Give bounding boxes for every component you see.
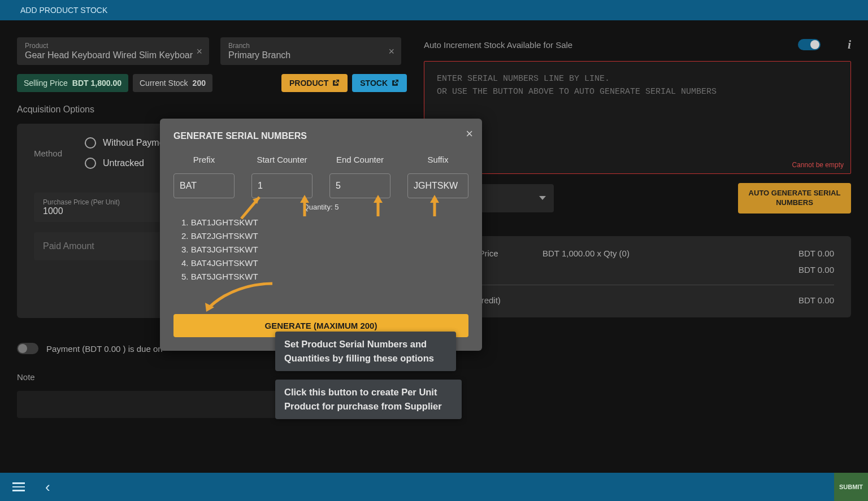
serial-list-item: 1. BAT1JGHTSKWT	[181, 216, 468, 229]
product-link-button[interactable]: PRODUCT	[281, 74, 348, 92]
serial-list-item: 3. BAT3JGHTSKWT	[181, 243, 468, 256]
payment-due-text: Payment (BDT 0.00 ) is due on	[46, 344, 163, 354]
summary-subtotal: BDT 0.00	[744, 265, 834, 275]
suffix-label: Suffix	[427, 155, 448, 164]
info-icon[interactable]: i	[848, 37, 851, 52]
serial-list-item: 4. BAT4JGHTSKWT	[181, 256, 468, 270]
stock-link-label: STOCK	[360, 79, 388, 88]
product-field[interactable]: Product Gear Head Keyboard Wired Slim Ke…	[17, 37, 209, 65]
serial-placeholder-2: OR USE THE BUTTON ABOVE TO AUTO GENERATE…	[437, 86, 838, 99]
modal-close-icon[interactable]: ×	[466, 127, 473, 141]
menu-icon[interactable]	[12, 482, 25, 491]
product-clear-icon[interactable]: ×	[196, 45, 202, 57]
end-counter-label: End Counter	[336, 155, 384, 164]
generate-serial-modal: GENERATE SERIAL NUMBERS × Prefix Start C…	[160, 119, 482, 351]
selling-price-chip: Selling Price BDT 1,800.00	[17, 74, 128, 92]
external-link-icon	[391, 79, 399, 87]
summary-calc: BDT 1,000.00 x Qty (0)	[542, 249, 744, 258]
page-header: ADD PRODUCT STOCK	[0, 0, 868, 20]
current-stock-chip: Current Stock 200	[133, 74, 212, 92]
submit-label: SUBMIT	[839, 483, 863, 490]
summary-total: BDT 0.00	[744, 249, 834, 258]
prefix-input[interactable]	[173, 173, 235, 198]
current-stock-value: 200	[193, 79, 206, 88]
auto-generate-serial-button[interactable]: AUTO GENERATE SERIAL NUMBERS	[738, 183, 851, 214]
auto-increment-text: Auto Increment Stock Available for Sale	[424, 40, 788, 50]
branch-clear-icon[interactable]: ×	[388, 45, 394, 57]
prefix-label: Prefix	[193, 155, 215, 164]
back-icon[interactable]: ‹	[45, 478, 50, 496]
auto-generate-label: AUTO GENERATE SERIAL NUMBERS	[749, 189, 841, 207]
submit-button[interactable]: SUBMIT	[834, 473, 868, 501]
serial-list-item: 5. BAT5JGHTSKWT	[181, 270, 468, 284]
radio-icon	[85, 137, 96, 149]
serial-list-item: 2. BAT2JGHTSKWT	[181, 229, 468, 243]
serial-numbers-input[interactable]: ENTER SERIAL NUMBERS LINE BY LINE. OR US…	[424, 61, 851, 174]
end-counter-input[interactable]	[329, 173, 390, 198]
price-summary-card: Purchase Price BDT 1,000.00 x Qty (0) BD…	[424, 236, 851, 317]
selling-price-value: BDT 1,800.00	[72, 79, 121, 88]
method-label: Method	[34, 137, 62, 158]
arrow-icon	[196, 279, 275, 313]
selling-price-label: Selling Price	[24, 79, 68, 88]
radio-icon	[85, 158, 96, 169]
modal-title: GENERATE SERIAL NUMBERS	[173, 131, 468, 141]
page-title: ADD PRODUCT STOCK	[20, 6, 107, 15]
generate-button-label: GENERATE (MAXIMUM 200)	[265, 321, 377, 330]
product-link-label: PRODUCT	[289, 79, 328, 88]
stock-link-button[interactable]: STOCK	[352, 74, 407, 92]
external-link-icon	[332, 79, 340, 87]
acquisition-options-title: Acquisition Options	[17, 104, 407, 115]
current-stock-label: Current Stock	[140, 79, 188, 88]
method-untracked-label: Untracked	[103, 158, 144, 168]
quantity-line: Quantity: 5	[173, 203, 468, 211]
serial-error-text: Cannot be empty	[792, 160, 844, 170]
generated-serial-list: 1. BAT1JGHTSKWT 2. BAT2JGHTSKWT 3. BAT3J…	[173, 216, 468, 284]
product-value: Gear Head Keyboard Wired Slim Keyboar	[25, 50, 201, 60]
summary-due-label: Due (On Credit)	[441, 295, 744, 305]
suffix-input[interactable]	[407, 173, 468, 198]
start-counter-input[interactable]	[251, 173, 313, 198]
auto-increment-toggle[interactable]	[798, 39, 821, 50]
start-counter-label: Start Counter	[257, 155, 307, 164]
method-untracked[interactable]: Untracked	[85, 158, 172, 169]
method-without-payment[interactable]: Without Payment	[85, 137, 172, 149]
branch-label: Branch	[228, 42, 393, 50]
chevron-down-icon	[539, 196, 546, 200]
summary-due-value: BDT 0.00	[744, 295, 834, 305]
branch-value: Primary Branch	[228, 50, 393, 60]
product-label: Product	[25, 42, 201, 50]
branch-field[interactable]: Branch Primary Branch ×	[220, 37, 401, 65]
payment-due-toggle[interactable]	[17, 343, 38, 354]
bottom-bar: ‹	[0, 473, 834, 501]
callout-click-generate: Click this button to create Per Unit Pro…	[275, 380, 462, 419]
callout-fill-options: Set Product Serial Numbers and Quantitie…	[275, 332, 456, 371]
serial-placeholder-1: ENTER SERIAL NUMBERS LINE BY LINE.	[437, 73, 838, 86]
